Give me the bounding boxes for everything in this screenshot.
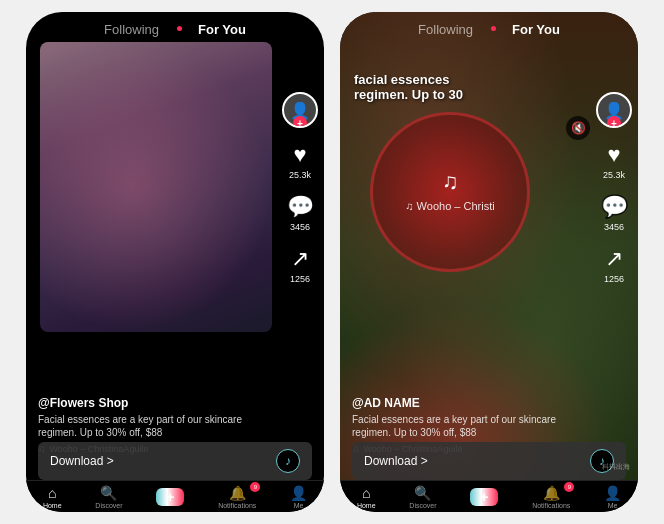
music-song-name: ♫ Wooho – Christi: [405, 200, 494, 212]
like-button[interactable]: ♥ 25.3k: [289, 142, 311, 180]
right-like-button[interactable]: ♥ 25.3k: [603, 142, 625, 180]
overlay-line1: facial essences: [354, 72, 584, 87]
left-phone: Following For You 👤 ♥ 25.3k 💬 3456 ↗ 125…: [26, 12, 324, 512]
music-note-large-icon: ♫: [442, 169, 459, 195]
mute-indicator[interactable]: 🔇: [566, 116, 590, 140]
right-discover-label: Discover: [409, 502, 436, 509]
notification-badge: 9: [250, 482, 260, 492]
right-nav-dot: [491, 26, 496, 31]
add-button[interactable]: +: [156, 488, 184, 506]
comment-count: 3456: [290, 222, 310, 232]
creator-username[interactable]: @Flowers Shop: [38, 396, 274, 410]
comment-icon: 💬: [287, 194, 314, 220]
right-home-label: Home: [357, 502, 376, 509]
right-phone-actions-panel: 👤 ♥ 25.3k 💬 3456 ↗ 1256: [596, 92, 632, 284]
notifications-label: Notifications: [218, 502, 256, 509]
right-actions-panel: 👤 ♥ 25.3k 💬 3456 ↗ 1256: [282, 92, 318, 284]
home-label: Home: [43, 502, 62, 509]
right-video-caption: Facial essences are a key part of our sk…: [352, 413, 588, 439]
right-add-icon: +: [480, 489, 488, 505]
right-following-tab[interactable]: Following: [418, 22, 473, 37]
right-discover-tab[interactable]: 🔍 Discover: [409, 485, 436, 509]
right-comment-count: 3456: [604, 222, 624, 232]
me-label: Me: [294, 502, 304, 509]
right-creator-avatar[interactable]: 👤: [596, 92, 632, 128]
right-add-tab[interactable]: +: [470, 488, 498, 506]
video-background: [40, 42, 272, 332]
mute-icon: 🔇: [571, 121, 586, 135]
for-you-tab[interactable]: For You: [198, 22, 246, 37]
right-notification-badge: 9: [564, 482, 574, 492]
right-share-count: 1256: [604, 274, 624, 284]
right-comment-icon: 💬: [601, 194, 628, 220]
right-notifications-tab[interactable]: 🔔 9 Notifications: [532, 485, 570, 509]
right-heart-icon: ♥: [607, 142, 620, 168]
right-like-count: 25.3k: [603, 170, 625, 180]
right-bell-icon: 🔔: [543, 485, 560, 501]
right-add-button[interactable]: +: [470, 488, 498, 506]
right-top-navigation: Following For You: [340, 12, 638, 43]
notifications-tab[interactable]: 🔔 9 Notifications: [218, 485, 256, 509]
right-me-label: Me: [608, 502, 618, 509]
right-share-button[interactable]: ↗ 1256: [604, 246, 624, 284]
music-circle-text: ♫ Wooho – Christi: [397, 199, 502, 214]
video-caption: Facial essences are a key part of our sk…: [38, 413, 274, 439]
share-icon: ↗: [291, 246, 309, 272]
overlay-line2: regimen. Up to 30: [354, 87, 584, 102]
add-tab[interactable]: +: [156, 488, 184, 506]
right-download-label[interactable]: Download >: [364, 454, 428, 468]
home-tab[interactable]: ⌂ Home: [43, 485, 62, 509]
video-overlay-text: facial essences regimen. Up to 30: [354, 72, 584, 102]
share-button[interactable]: ↗ 1256: [290, 246, 310, 284]
right-home-tab[interactable]: ⌂ Home: [357, 485, 376, 509]
right-for-you-tab[interactable]: For You: [512, 22, 560, 37]
right-download-bar[interactable]: Download > ♪: [352, 442, 626, 480]
right-ad-name[interactable]: @AD NAME: [352, 396, 588, 410]
download-label[interactable]: Download >: [50, 454, 114, 468]
discover-icon: 🔍: [100, 485, 117, 501]
me-tab[interactable]: 👤 Me: [290, 485, 307, 509]
right-notifications-label: Notifications: [532, 502, 570, 509]
right-discover-icon: 🔍: [414, 485, 431, 501]
discover-label: Discover: [95, 502, 122, 509]
video-area[interactable]: [40, 42, 272, 332]
right-me-tab[interactable]: 👤 Me: [604, 485, 621, 509]
bottom-navigation: ⌂ Home 🔍 Discover + 🔔 9 Notifications 👤 …: [26, 480, 324, 512]
like-count: 25.3k: [289, 170, 311, 180]
download-bar[interactable]: Download > ♪: [38, 442, 312, 480]
right-comment-button[interactable]: 💬 3456: [601, 194, 628, 232]
right-phone: ♫ ♫ Wooho – Christi 🔇 facial essences re…: [340, 12, 638, 512]
nav-dot: [177, 26, 182, 31]
bell-icon: 🔔: [229, 485, 246, 501]
add-icon: +: [166, 489, 174, 505]
right-home-icon: ⌂: [362, 485, 370, 501]
share-count: 1256: [290, 274, 310, 284]
tiktok-icon: ♪: [276, 449, 300, 473]
watermark: 科抖出海: [602, 462, 630, 472]
discover-tab[interactable]: 🔍 Discover: [95, 485, 122, 509]
top-navigation: Following For You: [26, 12, 324, 43]
following-tab[interactable]: Following: [104, 22, 159, 37]
right-share-icon: ↗: [605, 246, 623, 272]
profile-icon: 👤: [290, 485, 307, 501]
home-icon: ⌂: [48, 485, 56, 501]
comment-button[interactable]: 💬 3456: [287, 194, 314, 232]
music-player-circle[interactable]: ♫ ♫ Wooho – Christi: [370, 112, 530, 272]
creator-avatar[interactable]: 👤: [282, 92, 318, 128]
right-bottom-navigation: ⌂ Home 🔍 Discover + 🔔 9 Notifications 👤 …: [340, 480, 638, 512]
right-profile-icon: 👤: [604, 485, 621, 501]
heart-icon: ♥: [293, 142, 306, 168]
